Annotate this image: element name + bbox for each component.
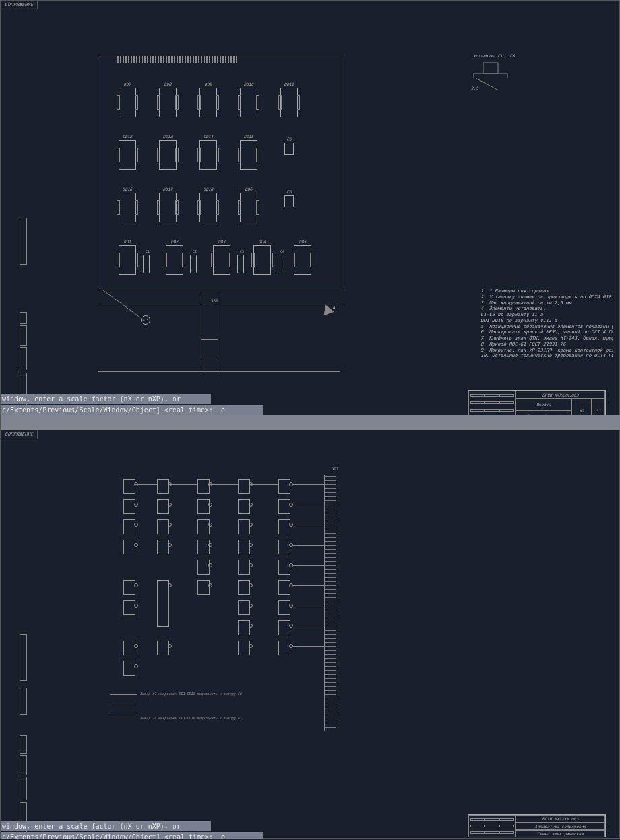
logic-gate	[123, 519, 135, 534]
note-line: 4. Элементы установить:	[480, 306, 613, 312]
note-line: 6. Маркировать краской МКЭЦ, черной по О…	[480, 329, 613, 335]
detail-dim: 2.5	[471, 86, 478, 90]
logic-gate	[197, 479, 210, 494]
note-line: DD1-DD18 по варианту VIII а	[480, 318, 613, 324]
wire	[135, 484, 157, 485]
logic-gate	[157, 641, 169, 655]
schematic-note-1: Вывод 07 микросхем DD1-DD18 подключить к…	[140, 692, 242, 696]
logic-gate	[278, 620, 290, 635]
chip-label: DD9	[200, 82, 216, 86]
edge-connector	[117, 56, 239, 63]
wire	[292, 525, 324, 525]
logic-gate	[123, 580, 135, 595]
side-view	[201, 339, 218, 356]
note-line: 2. Установку элементов производить по ОС…	[480, 294, 613, 300]
logic-gate	[238, 560, 250, 575]
svg-line-0	[103, 290, 140, 317]
chip-label: DD10	[241, 82, 257, 86]
logic-gate	[123, 540, 135, 554]
chip-label: DD8	[160, 82, 176, 86]
chip-label: C5	[285, 137, 293, 141]
chip-dd18: DD18	[199, 193, 217, 222]
drawing-number-2: БГУИ.XXXXXX.003	[516, 815, 605, 822]
svg-line-5	[476, 78, 497, 90]
chip-dd11: DD11	[280, 88, 298, 117]
drawing-title-1: Ячейка	[516, 399, 571, 410]
chip-label: C6	[285, 189, 293, 194]
command-line-1[interactable]: window, enter a scale factor (nX or nXP)…	[1, 394, 211, 404]
leader-line	[103, 290, 170, 331]
logic-gate	[238, 519, 250, 534]
command-line-2[interactable]: c/Extents/Previous/Scale/Window/Object] …	[1, 405, 264, 415]
balloon: 0.5	[141, 315, 150, 325]
note-line: C1-C6 по варианту II а	[480, 312, 613, 318]
logic-gate	[278, 499, 290, 514]
svg-rect-1	[483, 63, 498, 73]
wire	[292, 545, 324, 546]
chip-dd14: DD14	[199, 140, 217, 170]
chip-label: DD11	[281, 82, 297, 86]
logic-gate	[278, 641, 290, 655]
cap-c3: C3	[237, 255, 244, 273]
projection-line	[201, 292, 202, 373]
status-bar[interactable]	[1, 415, 620, 430]
chip-dd9: DD9	[199, 88, 217, 117]
cap-label: C4	[277, 249, 288, 253]
logic-gate	[238, 580, 250, 595]
section-label: А	[332, 305, 335, 311]
cap-label: C1	[142, 249, 153, 253]
chip-label: DD3	[214, 239, 230, 244]
drawing-title-2b: Схема электрическая	[516, 830, 605, 837]
logic-gate	[123, 661, 135, 676]
detail-title: Установка C1...C6	[467, 53, 521, 58]
logic-gate	[278, 519, 290, 534]
chip-label: DD1	[119, 239, 135, 244]
chip-dd2: DD2	[166, 245, 183, 275]
logic-gate	[238, 620, 250, 635]
border-cell	[20, 218, 27, 265]
logic-gate	[278, 560, 290, 575]
logic-gate	[278, 600, 290, 615]
wire	[110, 715, 137, 715]
logic-gate	[278, 580, 290, 595]
cap-c2: C2	[190, 255, 197, 273]
chip-label: DD17	[160, 187, 176, 191]
drawing-view-2[interactable]: СОПРЯЖЕНИЕ XP1	[0, 430, 620, 839]
cap-c5: C5	[284, 143, 294, 155]
chip-label: DD16	[119, 187, 135, 191]
logic-gate	[197, 580, 210, 595]
chip-dd3: DD3	[213, 245, 230, 275]
logic-gate	[238, 479, 250, 494]
border-cell	[20, 755, 27, 775]
border-cell	[20, 312, 27, 324]
chip-dd17: DD17	[159, 193, 177, 222]
note-line: 7. Клеймить знак ОТК, эмаль ЧТ-243, бела…	[480, 335, 613, 342]
chip-dd15: DD15	[240, 140, 257, 170]
drawing-view-1[interactable]: СОПРЯЖЕНИЕ DD7 DD8 DD9 DD10 DD11 DD12 DD…	[0, 0, 620, 430]
cap-c6: C6	[284, 195, 294, 207]
command-line-2b[interactable]: c/Extents/Previous/Scale/Window/Object] …	[1, 832, 264, 839]
chip-dd8: DD8	[159, 88, 177, 117]
wire	[292, 626, 324, 626]
pcb-outline: DD7 DD8 DD9 DD10 DD11 DD12 DD13 DD14 DD1…	[98, 55, 340, 290]
command-line-1b[interactable]: window, enter a scale factor (nX or nXP)…	[1, 821, 211, 831]
wire	[210, 484, 238, 485]
chip-label: DD12	[119, 134, 135, 139]
note-line: 1. * Размеры для справок	[480, 288, 613, 294]
logic-gate	[123, 479, 135, 494]
chip-label: DD15	[241, 134, 257, 139]
drawing-canvas-2[interactable]: XP1	[16, 432, 613, 838]
logic-gate	[157, 580, 169, 627]
wire	[110, 694, 137, 695]
drawing-title-2a: Аппаратура сопряжения	[516, 822, 605, 830]
drawing-canvas-1[interactable]: DD7 DD8 DD9 DD10 DD11 DD12 DD13 DD14 DD1…	[16, 2, 613, 429]
chip-label: DD4	[254, 239, 270, 244]
connector-strip	[324, 475, 336, 731]
wire	[292, 505, 324, 505]
logic-gate	[197, 560, 210, 575]
logic-gate	[238, 540, 250, 554]
projection-line	[218, 292, 218, 373]
logic-gate	[197, 519, 210, 534]
cap-c1: C1	[143, 255, 150, 273]
wire	[250, 484, 278, 485]
